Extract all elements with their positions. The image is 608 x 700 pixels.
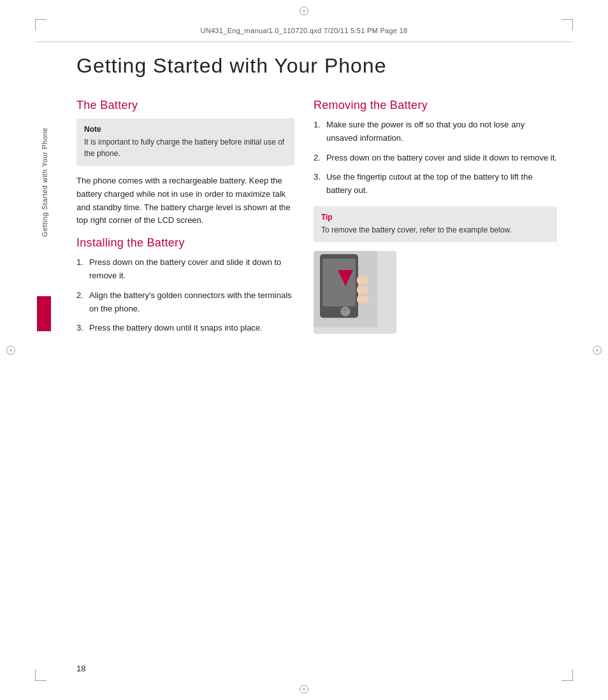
list-item: 2. Press down on the battery cover and s…: [314, 152, 557, 165]
sidebar-text-area: Getting Started with Your Phone: [38, 127, 51, 318]
tip-box: Tip To remove the battery cover, refer t…: [314, 206, 557, 242]
install-item-3-num: 3.: [76, 322, 89, 335]
svg-rect-7: [357, 286, 368, 294]
battery-section-title: The Battery: [76, 99, 294, 112]
battery-body-text: The phone comes with a rechargeable batt…: [76, 175, 294, 227]
installing-section-title: Installing the Battery: [76, 236, 294, 250]
install-item-2-num: 2.: [76, 289, 89, 316]
list-item: 2. Align the battery's golden connectors…: [76, 289, 294, 316]
remove-item-2-text: Press down on the battery cover and slid…: [326, 152, 557, 165]
page-number: 18: [76, 664, 85, 673]
list-item: 1. Press down on the battery cover and s…: [76, 256, 294, 283]
svg-rect-6: [357, 276, 368, 284]
note-box: Note It is important to fully charge the…: [76, 118, 294, 166]
install-item-1-num: 1.: [76, 256, 89, 283]
install-item-2-text: Align the battery's golden connectors wi…: [89, 289, 294, 316]
remove-item-2-num: 2.: [314, 152, 326, 165]
list-item: 3. Press the battery down until it snaps…: [76, 322, 294, 335]
reg-mark-bottom: [300, 685, 308, 694]
reg-mark-right: [593, 346, 602, 355]
svg-text:LG: LG: [343, 310, 349, 315]
page-title: Getting Started with Your Phone: [76, 54, 557, 78]
svg-rect-2: [322, 259, 356, 306]
left-column: The Battery Note It is important to full…: [76, 99, 307, 649]
svg-rect-8: [357, 296, 368, 303]
header-bar: UN431_Eng_manual1.0_110720.qxd 7/20/11 5…: [35, 19, 573, 42]
sidebar-label: Getting Started with Your Phone: [41, 127, 48, 237]
remove-item-3-num: 3.: [314, 171, 326, 197]
list-item: 3. Use the fingertip cutout at the top o…: [314, 171, 557, 197]
corner-mark-br: [561, 669, 573, 681]
reg-mark-left: [6, 346, 15, 355]
sidebar-highlight: [37, 296, 51, 331]
header-text: UN431_Eng_manual1.0_110720.qxd 7/20/11 5…: [200, 27, 407, 34]
note-text: It is important to fully charge the batt…: [84, 136, 287, 159]
removing-section-title: Removing the Battery: [314, 99, 557, 112]
reg-mark-top: [300, 6, 308, 15]
phone-svg: LG: [314, 251, 377, 327]
list-item: 1. Make sure the power is off so that yo…: [314, 118, 557, 145]
remove-item-1-text: Make sure the power is off so that you d…: [326, 118, 557, 145]
install-item-3-text: Press the battery down until it snaps in…: [89, 322, 294, 335]
remove-item-1-num: 1.: [314, 118, 326, 145]
right-column: Removing the Battery 1. Make sure the po…: [307, 99, 557, 649]
install-item-1-text: Press down on the battery cover and slid…: [89, 256, 294, 283]
tip-label: Tip: [321, 213, 549, 222]
content-area: The Battery Note It is important to full…: [76, 99, 557, 649]
tip-text: To remove the battery cover, refer to th…: [321, 224, 549, 236]
install-list: 1. Press down on the battery cover and s…: [76, 256, 294, 335]
phone-illustration: LG: [314, 251, 396, 334]
corner-mark-bl: [35, 669, 47, 681]
remove-item-3-text: Use the fingertip cutout at the top of t…: [326, 171, 557, 197]
remove-list: 1. Make sure the power is off so that yo…: [314, 118, 557, 197]
note-label: Note: [84, 125, 287, 134]
